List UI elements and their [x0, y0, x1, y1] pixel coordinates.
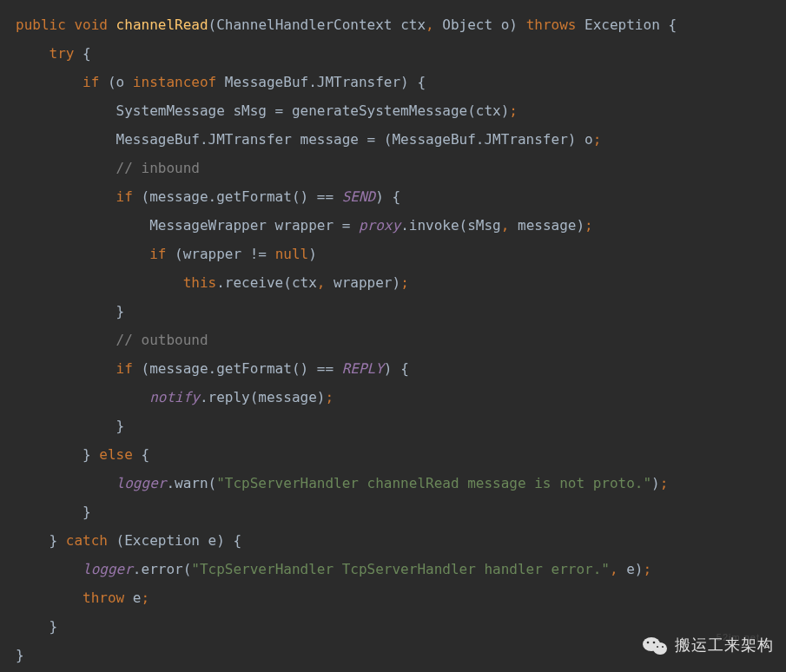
wechat-icon: [642, 636, 668, 656]
svg-point-1: [653, 642, 667, 655]
svg-point-4: [657, 646, 658, 648]
watermark: 搬运工来架构: [642, 631, 774, 660]
svg-point-2: [647, 641, 650, 643]
code-snippet: public void channelRead(ChannelHandlerCo…: [0, 0, 786, 672]
watermark-label: 搬运工来架构: [675, 631, 774, 660]
svg-point-3: [653, 641, 656, 643]
svg-point-5: [662, 646, 664, 648]
